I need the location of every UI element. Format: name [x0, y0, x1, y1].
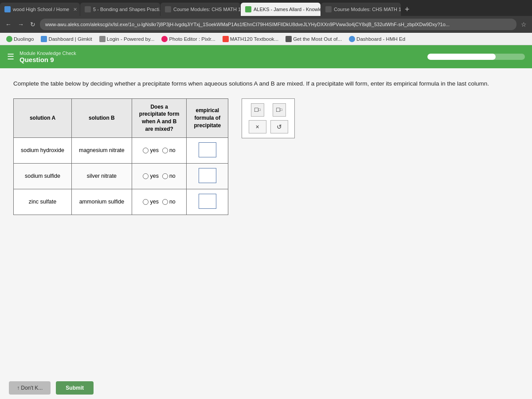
- header-col3-l4: are mixed?: [145, 126, 173, 132]
- row1-yes-radio[interactable]: [143, 148, 149, 153]
- bookmark-math120-label: MATH120 Textbook...: [230, 36, 279, 42]
- tab-2-icon: [85, 6, 91, 12]
- row3-yes-no-group: yes no: [139, 199, 180, 205]
- row3-solution-b: ammonium sulfide: [71, 189, 132, 215]
- dont-know-button[interactable]: ↑ Don't K...: [9, 381, 51, 395]
- header-col3-l1: Does a: [150, 104, 168, 110]
- tab-1[interactable]: wood High School / Home ✕: [0, 3, 80, 16]
- row2-no-option[interactable]: no: [162, 173, 176, 179]
- row2-yes-option[interactable]: yes: [143, 173, 158, 179]
- submit-button[interactable]: Submit: [56, 381, 94, 395]
- header-col4-l1: empirical: [196, 107, 219, 113]
- duolingo-icon: [6, 36, 12, 42]
- forward-button[interactable]: →: [16, 20, 26, 29]
- row3-no-label: no: [169, 199, 176, 205]
- progress-bar-container: [427, 54, 525, 60]
- aleks-app: ☰ Module Knowledge Check Question 9 Comp…: [0, 45, 532, 399]
- bookmark-getmost[interactable]: Get the Most Out of...: [283, 35, 344, 43]
- tab-5[interactable]: Course Modules: CHS MATH 1 ✕: [321, 3, 401, 16]
- row1-no-label: no: [169, 147, 176, 153]
- row2-solution-a: sodium sulfide: [14, 163, 72, 189]
- table-area: solution A solution B Does a precipitate…: [13, 98, 519, 215]
- tab-4-label: ALEKS - James Allard - Knowle...: [254, 7, 321, 12]
- header-col4-l2: formula of: [194, 115, 220, 121]
- progress-bar-fill: [427, 54, 496, 60]
- row2-formula-cell: [187, 163, 228, 189]
- palette-close-button[interactable]: ×: [249, 120, 266, 133]
- tab-4[interactable]: ALEKS - James Allard - Knowle... ✕: [241, 3, 321, 16]
- row2-solution-b: silver nitrate: [71, 163, 132, 189]
- bookmark-gimkit[interactable]: Dashboard | Gimkit: [38, 35, 94, 43]
- row2-no-radio[interactable]: [162, 173, 168, 179]
- header-col4-l3: precipitate: [194, 122, 221, 129]
- row2-radio-group: yes no: [132, 163, 187, 189]
- back-button[interactable]: ←: [4, 20, 13, 29]
- row3-yes-option[interactable]: yes: [143, 199, 158, 205]
- bookmark-hmh-label: Dashboard - HMH Ed: [356, 36, 405, 42]
- row2-yes-label: yes: [150, 173, 158, 179]
- row3-formula-input[interactable]: [199, 194, 216, 209]
- row1-no-radio[interactable]: [162, 148, 168, 153]
- question-text: Complete the table below by deciding whe…: [13, 79, 501, 89]
- row2-no-label: no: [169, 173, 176, 179]
- tab-1-close[interactable]: ✕: [73, 7, 77, 12]
- close-icon: ×: [256, 123, 259, 130]
- precipitate-table: solution A solution B Does a precipitate…: [13, 98, 228, 215]
- palette-controls: × ↺: [246, 120, 290, 133]
- header-col3-l3: when A and B: [142, 118, 176, 125]
- row2-yes-radio[interactable]: [143, 173, 149, 179]
- question-title-text: Question 9: [20, 56, 76, 63]
- row3-no-option[interactable]: no: [162, 199, 176, 205]
- row2-yes-no-group: yes no: [139, 173, 180, 179]
- login-icon: [99, 36, 106, 42]
- row3-no-radio[interactable]: [162, 199, 168, 205]
- bookmarks-bar: Duolingo Dashboard | Gimkit Login - Powe…: [0, 33, 532, 45]
- hamburger-menu[interactable]: ☰: [7, 52, 14, 62]
- bookmark-gimkit-label: Dashboard | Gimkit: [48, 36, 92, 42]
- palette-char-subscript[interactable]: □□: [273, 103, 286, 117]
- reset-icon: ↺: [277, 123, 282, 130]
- math120-icon: [223, 36, 229, 42]
- pixlr-icon: [161, 36, 168, 42]
- bookmark-math120[interactable]: MATH120 Textbook...: [220, 35, 282, 43]
- gimkit-icon: [41, 36, 47, 42]
- header-empirical-formula: empirical formula of precipitate: [187, 98, 228, 137]
- bottom-buttons: ↑ Don't K... Submit: [0, 377, 102, 399]
- address-bar: ← → ↻ ☆: [0, 16, 532, 33]
- row1-no-option[interactable]: no: [162, 147, 176, 153]
- bookmark-hmh[interactable]: Dashboard - HMH Ed: [346, 35, 408, 43]
- new-tab-button[interactable]: +: [401, 3, 413, 16]
- row1-yes-option[interactable]: yes: [143, 147, 158, 153]
- tab-3-icon: [165, 6, 171, 12]
- tab-3[interactable]: Course Modules: CHS MATH 1... ✕: [160, 3, 240, 16]
- table-row: zinc sulfate ammonium sulfide yes: [14, 189, 228, 215]
- row1-formula-cell: [187, 137, 228, 163]
- row1-formula-input[interactable]: [199, 142, 216, 157]
- main-content: Complete the table below by deciding whe…: [0, 68, 532, 399]
- palette-reset-button[interactable]: ↺: [270, 120, 288, 133]
- aleks-topnav: ☰ Module Knowledge Check Question 9: [0, 45, 532, 68]
- row1-solution-b: magnesium nitrate: [71, 137, 132, 163]
- bookmark-login[interactable]: Login - Powered by...: [97, 35, 157, 43]
- module-title-text: Module Knowledge Check: [20, 51, 76, 56]
- bookmark-getmost-label: Get the Most Out of...: [293, 36, 342, 42]
- browser-chrome: wood High School / Home ✕ 5 - Bonding an…: [0, 0, 532, 45]
- row3-yes-radio[interactable]: [143, 199, 149, 205]
- bookmark-duolingo-label: Duolingo: [14, 36, 34, 42]
- tab-2[interactable]: 5 - Bonding and Shapes Practi... ✕: [80, 3, 160, 16]
- bookmark-pixlr[interactable]: Photo Editor : Pixlr...: [159, 35, 218, 43]
- row2-formula-input[interactable]: [199, 168, 216, 183]
- row1-yes-label: yes: [150, 147, 158, 153]
- header-solution-b: solution B: [71, 98, 132, 137]
- bookmark-duolingo[interactable]: Duolingo: [4, 35, 36, 43]
- tab-2-label: 5 - Bonding and Shapes Practi...: [93, 7, 160, 12]
- bookmark-pixlr-label: Photo Editor : Pixlr...: [169, 36, 215, 42]
- address-input[interactable]: [40, 19, 516, 30]
- palette-char-superscript[interactable]: □□: [251, 103, 264, 117]
- row3-yes-label: yes: [150, 199, 158, 205]
- table-header-row: solution A solution B Does a precipitate…: [14, 98, 228, 137]
- row1-radio-group: yes no: [132, 137, 187, 163]
- reload-button[interactable]: ↻: [28, 20, 37, 29]
- table-row: sodium sulfide silver nitrate yes: [14, 163, 228, 189]
- bookmark-star[interactable]: ☆: [519, 20, 528, 29]
